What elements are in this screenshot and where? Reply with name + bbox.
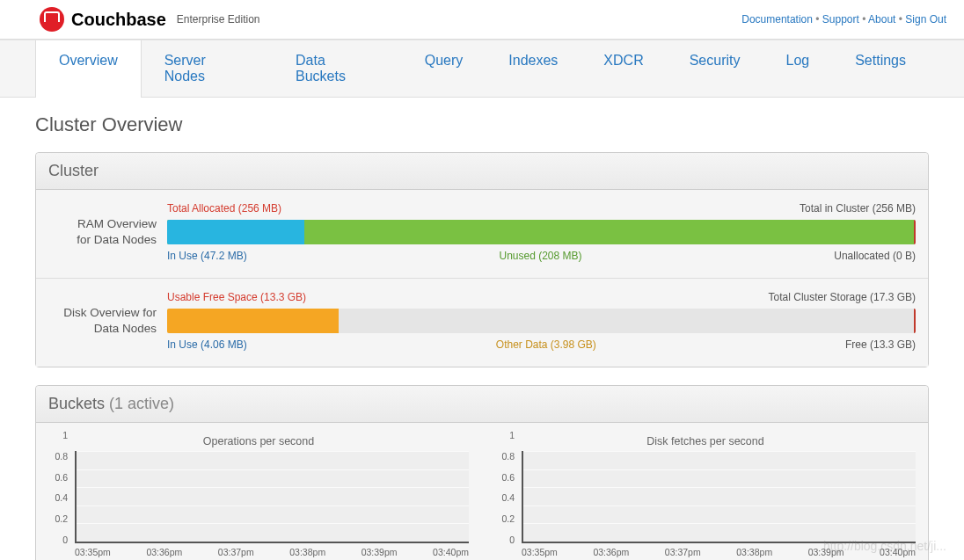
chart-ops-per-second: Operations per second 00.20.40.60.81 03:… bbox=[48, 435, 469, 557]
link-sign-out[interactable]: Sign Out bbox=[905, 13, 946, 25]
chart-disk-y-labels: 00.20.40.60.81 bbox=[495, 435, 518, 540]
disk-free: Free (13.3 GB) bbox=[845, 338, 916, 351]
header-bar: Couchbase Enterprise Edition Documentati… bbox=[0, 0, 964, 40]
disk-total-storage: Total Cluster Storage (17.3 GB) bbox=[769, 291, 916, 303]
chart-ops-x-labels: 03:35pm03:36pm03:37pm03:38pm03:39pm03:40… bbox=[75, 543, 469, 557]
link-about[interactable]: About bbox=[868, 13, 895, 25]
ram-in-use: In Use (47.2 MB) bbox=[167, 250, 247, 262]
tab-security[interactable]: Security bbox=[667, 40, 763, 97]
main-content: Cluster Overview Cluster RAM Overview fo… bbox=[0, 98, 964, 560]
brand-name: Couchbase bbox=[71, 10, 166, 30]
tab-data-buckets[interactable]: Data Buckets bbox=[273, 40, 402, 97]
buckets-panel: Buckets (1 active) Operations per second… bbox=[35, 385, 929, 560]
tab-server-nodes[interactable]: Server Nodes bbox=[142, 40, 273, 97]
cluster-panel: Cluster RAM Overview for Data Nodes Tota… bbox=[35, 152, 929, 367]
chart-disk-area bbox=[522, 451, 916, 543]
tab-indexes[interactable]: Indexes bbox=[486, 40, 581, 97]
couchbase-logo-icon bbox=[40, 7, 64, 32]
tab-overview[interactable]: Overview bbox=[35, 40, 142, 98]
ram-overview-row: RAM Overview for Data Nodes Total Alloca… bbox=[36, 190, 928, 279]
tab-settings[interactable]: Settings bbox=[832, 40, 929, 97]
ram-unused: Unused (208 MB) bbox=[247, 250, 835, 262]
tab-xdcr[interactable]: XDCR bbox=[581, 40, 666, 97]
chart-ops-area bbox=[75, 451, 469, 543]
link-documentation[interactable]: Documentation bbox=[741, 13, 813, 25]
chart-ops-title: Operations per second bbox=[48, 435, 469, 447]
chart-ops-y-labels: 00.20.40.60.81 bbox=[48, 435, 71, 540]
disk-other-data: Other Data (3.98 GB) bbox=[247, 338, 845, 351]
disk-in-use: In Use (4.06 MB) bbox=[167, 338, 247, 351]
ram-bar-inuse bbox=[167, 220, 304, 244]
cluster-panel-title: Cluster bbox=[36, 153, 928, 190]
buckets-charts: Operations per second 00.20.40.60.81 03:… bbox=[36, 423, 928, 560]
brand-edition: Enterprise Edition bbox=[177, 13, 260, 25]
chart-disk-x-labels: 03:35pm03:36pm03:37pm03:38pm03:39pm03:40… bbox=[522, 543, 916, 557]
disk-usable-free: Usable Free Space (13.3 GB) bbox=[167, 291, 306, 303]
brand: Couchbase Enterprise Edition bbox=[40, 7, 260, 32]
buckets-subtitle: (1 active) bbox=[109, 395, 174, 412]
page-title: Cluster Overview bbox=[35, 113, 929, 136]
buckets-panel-header: Buckets (1 active) bbox=[36, 386, 928, 423]
ram-total-cluster: Total in Cluster (256 MB) bbox=[800, 202, 916, 215]
tab-query[interactable]: Query bbox=[402, 40, 486, 97]
ram-overview-label: RAM Overview for Data Nodes bbox=[48, 200, 167, 264]
ram-usage-bar bbox=[167, 220, 916, 244]
link-support[interactable]: Support bbox=[822, 13, 859, 25]
tab-log[interactable]: Log bbox=[763, 40, 832, 97]
chart-disk-title: Disk fetches per second bbox=[495, 435, 916, 447]
chart-disk-fetches: Disk fetches per second 00.20.40.60.81 0… bbox=[495, 435, 916, 557]
ram-unallocated: Unallocated (0 B) bbox=[834, 250, 916, 262]
disk-overview-label: Disk Overview for Data Nodes bbox=[48, 289, 167, 353]
disk-bar-inuse bbox=[167, 309, 339, 333]
header-links: Documentation • Support • About • Sign O… bbox=[741, 13, 946, 25]
disk-usage-bar bbox=[167, 309, 916, 333]
ram-total-allocated: Total Allocated (256 MB) bbox=[167, 202, 281, 215]
disk-overview-row: Disk Overview for Data Nodes Usable Free… bbox=[36, 279, 928, 367]
main-nav: Overview Server Nodes Data Buckets Query… bbox=[0, 40, 964, 98]
buckets-title: Buckets bbox=[48, 395, 105, 412]
